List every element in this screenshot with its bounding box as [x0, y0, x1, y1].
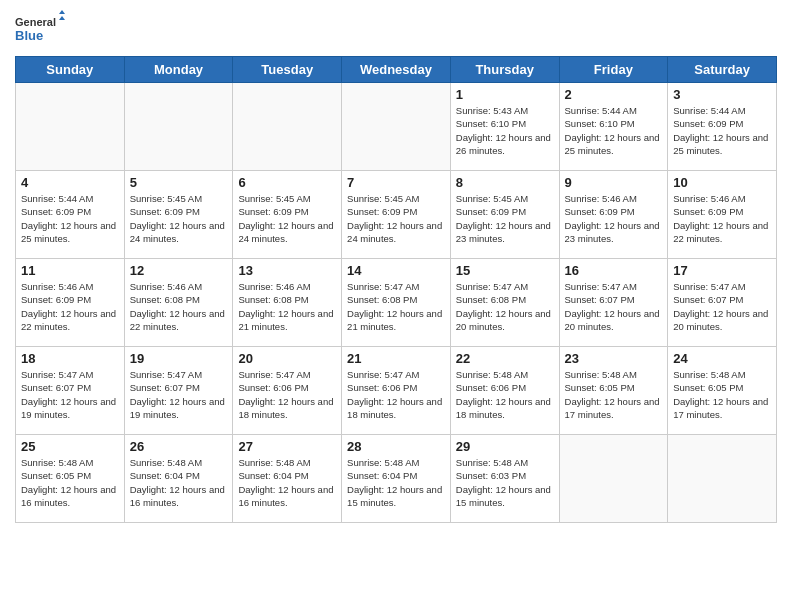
day-info: Sunrise: 5:44 AMSunset: 6:09 PMDaylight:…: [673, 104, 771, 157]
day-number: 4: [21, 175, 119, 190]
day-number: 1: [456, 87, 554, 102]
day-info: Sunrise: 5:45 AMSunset: 6:09 PMDaylight:…: [347, 192, 445, 245]
calendar-cell: 11Sunrise: 5:46 AMSunset: 6:09 PMDayligh…: [16, 259, 125, 347]
day-number: 26: [130, 439, 228, 454]
calendar-cell: 4Sunrise: 5:44 AMSunset: 6:09 PMDaylight…: [16, 171, 125, 259]
calendar-week-row: 4Sunrise: 5:44 AMSunset: 6:09 PMDaylight…: [16, 171, 777, 259]
calendar-week-row: 25Sunrise: 5:48 AMSunset: 6:05 PMDayligh…: [16, 435, 777, 523]
calendar-cell: 15Sunrise: 5:47 AMSunset: 6:08 PMDayligh…: [450, 259, 559, 347]
day-number: 2: [565, 87, 663, 102]
calendar-cell: [668, 435, 777, 523]
calendar-cell: [233, 83, 342, 171]
calendar-day-header: Tuesday: [233, 57, 342, 83]
day-number: 9: [565, 175, 663, 190]
svg-marker-2: [59, 10, 65, 14]
day-number: 12: [130, 263, 228, 278]
day-number: 16: [565, 263, 663, 278]
day-number: 14: [347, 263, 445, 278]
calendar-cell: 5Sunrise: 5:45 AMSunset: 6:09 PMDaylight…: [124, 171, 233, 259]
calendar-cell: 26Sunrise: 5:48 AMSunset: 6:04 PMDayligh…: [124, 435, 233, 523]
calendar-day-header: Monday: [124, 57, 233, 83]
calendar-cell: 13Sunrise: 5:46 AMSunset: 6:08 PMDayligh…: [233, 259, 342, 347]
day-number: 11: [21, 263, 119, 278]
calendar-cell: [559, 435, 668, 523]
calendar-cell: 29Sunrise: 5:48 AMSunset: 6:03 PMDayligh…: [450, 435, 559, 523]
day-number: 19: [130, 351, 228, 366]
day-number: 18: [21, 351, 119, 366]
day-number: 17: [673, 263, 771, 278]
calendar-cell: 20Sunrise: 5:47 AMSunset: 6:06 PMDayligh…: [233, 347, 342, 435]
calendar-cell: 9Sunrise: 5:46 AMSunset: 6:09 PMDaylight…: [559, 171, 668, 259]
day-info: Sunrise: 5:47 AMSunset: 6:06 PMDaylight:…: [347, 368, 445, 421]
calendar-cell: 2Sunrise: 5:44 AMSunset: 6:10 PMDaylight…: [559, 83, 668, 171]
calendar-cell: 12Sunrise: 5:46 AMSunset: 6:08 PMDayligh…: [124, 259, 233, 347]
calendar-week-row: 18Sunrise: 5:47 AMSunset: 6:07 PMDayligh…: [16, 347, 777, 435]
day-info: Sunrise: 5:48 AMSunset: 6:06 PMDaylight:…: [456, 368, 554, 421]
day-info: Sunrise: 5:48 AMSunset: 6:04 PMDaylight:…: [130, 456, 228, 509]
day-number: 10: [673, 175, 771, 190]
day-number: 27: [238, 439, 336, 454]
calendar-cell: 27Sunrise: 5:48 AMSunset: 6:04 PMDayligh…: [233, 435, 342, 523]
day-number: 3: [673, 87, 771, 102]
calendar-cell: 7Sunrise: 5:45 AMSunset: 6:09 PMDaylight…: [342, 171, 451, 259]
calendar-cell: 23Sunrise: 5:48 AMSunset: 6:05 PMDayligh…: [559, 347, 668, 435]
day-info: Sunrise: 5:44 AMSunset: 6:10 PMDaylight:…: [565, 104, 663, 157]
logo: General Blue: [15, 10, 65, 48]
day-number: 15: [456, 263, 554, 278]
day-info: Sunrise: 5:47 AMSunset: 6:07 PMDaylight:…: [565, 280, 663, 333]
calendar-header-row: SundayMondayTuesdayWednesdayThursdayFrid…: [16, 57, 777, 83]
calendar-day-header: Friday: [559, 57, 668, 83]
calendar-cell: 21Sunrise: 5:47 AMSunset: 6:06 PMDayligh…: [342, 347, 451, 435]
day-info: Sunrise: 5:47 AMSunset: 6:08 PMDaylight:…: [347, 280, 445, 333]
day-number: 29: [456, 439, 554, 454]
calendar-cell: [124, 83, 233, 171]
day-number: 20: [238, 351, 336, 366]
day-info: Sunrise: 5:45 AMSunset: 6:09 PMDaylight:…: [456, 192, 554, 245]
calendar-cell: 16Sunrise: 5:47 AMSunset: 6:07 PMDayligh…: [559, 259, 668, 347]
calendar-day-header: Saturday: [668, 57, 777, 83]
calendar: SundayMondayTuesdayWednesdayThursdayFrid…: [15, 56, 777, 523]
day-info: Sunrise: 5:46 AMSunset: 6:08 PMDaylight:…: [130, 280, 228, 333]
calendar-cell: 18Sunrise: 5:47 AMSunset: 6:07 PMDayligh…: [16, 347, 125, 435]
day-number: 23: [565, 351, 663, 366]
day-info: Sunrise: 5:48 AMSunset: 6:04 PMDaylight:…: [347, 456, 445, 509]
page: General Blue SundayMondayTuesdayWednesda…: [0, 0, 792, 612]
day-info: Sunrise: 5:47 AMSunset: 6:06 PMDaylight:…: [238, 368, 336, 421]
calendar-week-row: 1Sunrise: 5:43 AMSunset: 6:10 PMDaylight…: [16, 83, 777, 171]
calendar-cell: 17Sunrise: 5:47 AMSunset: 6:07 PMDayligh…: [668, 259, 777, 347]
day-number: 21: [347, 351, 445, 366]
day-info: Sunrise: 5:45 AMSunset: 6:09 PMDaylight:…: [130, 192, 228, 245]
day-info: Sunrise: 5:48 AMSunset: 6:05 PMDaylight:…: [673, 368, 771, 421]
day-info: Sunrise: 5:47 AMSunset: 6:08 PMDaylight:…: [456, 280, 554, 333]
calendar-cell: 25Sunrise: 5:48 AMSunset: 6:05 PMDayligh…: [16, 435, 125, 523]
calendar-week-row: 11Sunrise: 5:46 AMSunset: 6:09 PMDayligh…: [16, 259, 777, 347]
day-info: Sunrise: 5:47 AMSunset: 6:07 PMDaylight:…: [21, 368, 119, 421]
day-number: 13: [238, 263, 336, 278]
day-number: 28: [347, 439, 445, 454]
day-number: 7: [347, 175, 445, 190]
day-info: Sunrise: 5:45 AMSunset: 6:09 PMDaylight:…: [238, 192, 336, 245]
calendar-cell: 6Sunrise: 5:45 AMSunset: 6:09 PMDaylight…: [233, 171, 342, 259]
day-number: 22: [456, 351, 554, 366]
day-info: Sunrise: 5:46 AMSunset: 6:09 PMDaylight:…: [565, 192, 663, 245]
calendar-day-header: Sunday: [16, 57, 125, 83]
calendar-cell: 8Sunrise: 5:45 AMSunset: 6:09 PMDaylight…: [450, 171, 559, 259]
calendar-cell: 28Sunrise: 5:48 AMSunset: 6:04 PMDayligh…: [342, 435, 451, 523]
day-info: Sunrise: 5:47 AMSunset: 6:07 PMDaylight:…: [130, 368, 228, 421]
svg-text:General: General: [15, 16, 56, 28]
calendar-cell: [16, 83, 125, 171]
calendar-cell: [342, 83, 451, 171]
calendar-cell: 19Sunrise: 5:47 AMSunset: 6:07 PMDayligh…: [124, 347, 233, 435]
calendar-cell: 14Sunrise: 5:47 AMSunset: 6:08 PMDayligh…: [342, 259, 451, 347]
header: General Blue: [15, 10, 777, 48]
calendar-cell: 22Sunrise: 5:48 AMSunset: 6:06 PMDayligh…: [450, 347, 559, 435]
day-info: Sunrise: 5:48 AMSunset: 6:05 PMDaylight:…: [565, 368, 663, 421]
svg-text:Blue: Blue: [15, 28, 43, 43]
day-info: Sunrise: 5:48 AMSunset: 6:03 PMDaylight:…: [456, 456, 554, 509]
logo-svg: General Blue: [15, 10, 65, 48]
day-number: 8: [456, 175, 554, 190]
calendar-body: 1Sunrise: 5:43 AMSunset: 6:10 PMDaylight…: [16, 83, 777, 523]
day-info: Sunrise: 5:43 AMSunset: 6:10 PMDaylight:…: [456, 104, 554, 157]
day-info: Sunrise: 5:48 AMSunset: 6:04 PMDaylight:…: [238, 456, 336, 509]
day-info: Sunrise: 5:46 AMSunset: 6:08 PMDaylight:…: [238, 280, 336, 333]
